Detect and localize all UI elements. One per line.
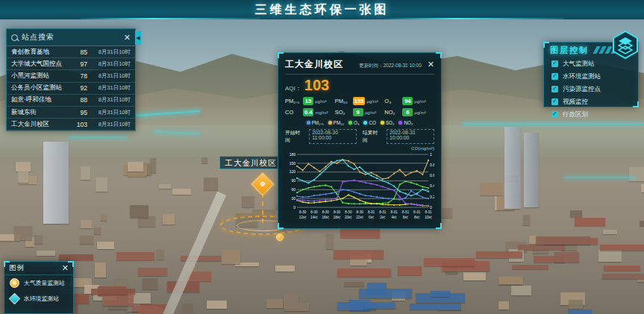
search-icon [11,34,18,41]
pollutant-label: NO₂ [384,109,402,116]
layer-item[interactable]: 行政区划 [544,108,638,121]
legend-panel-title: 图例 [9,263,62,273]
station-time: 8月31日10时 [92,84,131,92]
layer-label: 水环境监测站 [563,72,601,81]
legend-entry[interactable]: SO₂ [381,120,395,125]
legend-dot [363,121,367,125]
panel-collapse-handle[interactable]: ◀ [135,31,141,45]
corner-accent [436,52,442,58]
update-time-value: 2022-08-31 10:00 [383,63,421,68]
map-3d-viewport[interactable]: 三维生态环保一张图 站点搜索 ✕ 青创教育基地 85 8月31日10时 大学城大… [0,0,644,314]
svg-text:8-31: 8-31 [390,210,398,214]
layer-item[interactable]: 污染源监控点 [544,83,638,95]
air-station-marker-icon: ☸ [10,278,19,288]
station-row[interactable]: 大学城大气国控点 97 8月31日10时 [7,58,135,70]
legend-entry[interactable]: CO [363,120,375,125]
map-marker-label[interactable]: 工大金川校区 [219,156,282,169]
station-row[interactable]: 小黑河监测站 78 8月31日10时 [7,70,135,82]
layer-item[interactable]: 水环境监测站 [544,70,638,83]
end-time-input[interactable]: 2022-08-31 10:00:00 [387,129,434,144]
svg-text:0: 0 [293,205,296,210]
svg-text:120: 120 [290,169,296,174]
aqi-label: AQI： [285,84,301,92]
legend-entry[interactable]: PM₁₀ [328,120,344,125]
svg-text:14时: 14时 [310,216,318,219]
checkbox-checked-icon[interactable] [551,73,558,80]
station-name: 工大金川校区 [11,120,72,129]
layers-icon[interactable] [610,30,640,60]
page-title: 三维生态环保一张图 [0,2,644,18]
svg-text:8-30: 8-30 [310,210,318,214]
legend-dot [398,121,402,125]
legend-entry[interactable]: NO₂ [398,120,413,125]
water-station-marker-icon [9,293,21,305]
end-time-label: 结束时间 [363,129,381,144]
legend-dot [348,121,352,125]
legend-entry[interactable]: PM₂.₅ [307,120,324,125]
map-legend-panel: 图例 ✕ ☸ 大气质量监测站 水环境监测站 [4,261,74,314]
station-name: 新城东街 [11,108,72,117]
svg-text:10时: 10时 [425,216,432,219]
station-row[interactable]: 如意·呼和佳地 88 8月31日10时 [7,95,135,107]
svg-text:12时: 12时 [299,216,307,219]
svg-text:18时: 18时 [334,216,341,219]
svg-text:8-31: 8-31 [413,210,421,214]
station-name: 大学城大气国控点 [11,60,72,69]
chart-legend: PM₂.₅ PM₁₀ O₃ CO SO₂ NO₂ [285,120,434,125]
close-icon[interactable]: ✕ [428,60,434,69]
station-row[interactable]: 公务员小区监测站 92 8月31日10时 [7,83,135,95]
station-aqi-value: 85 [72,48,87,56]
svg-text:8时: 8时 [414,216,420,219]
svg-text:150: 150 [290,161,296,166]
time-range-row: 开始时间 2022-08-30 11:00:00 结束时间 2022-08-31… [285,129,434,144]
pollutant-grid: PM₂.₅ 15 µg/m³ PM₁₀ 155 µg/m³ O₃ 94 µg/m… [285,97,434,116]
highlight-streak [69,136,127,138]
svg-text:0.6: 0.6 [430,173,434,178]
update-time: 更新时间：2022-08-31 10:00 [343,63,422,69]
legend-entry[interactable]: O₃ [348,120,359,125]
start-time-label: 开始时间 [285,129,303,144]
app-header: 三维生态环保一张图 [0,0,644,19]
station-name: 小黑河监测站 [11,72,72,81]
corner-accent [278,52,284,58]
marker-glyph: ☸ [259,180,266,188]
station-time: 8月31日10时 [92,48,131,56]
layer-label: 污染源监控点 [563,85,601,94]
checkbox-checked-icon[interactable] [551,111,558,118]
pollutant-label: PM₂.₅ [285,98,303,104]
pollutant-value-badge: 94 [402,97,413,105]
svg-text:8-30: 8-30 [334,210,341,214]
svg-text:0: 0 [430,205,432,210]
svg-text:2时: 2时 [380,216,386,219]
pollutant-unit: µg/m³ [414,99,425,104]
station-panel-header: 站点搜索 ✕ [7,29,135,46]
station-row[interactable]: 工大金川校区 103 8月31日10时 [7,119,135,131]
station-aqi-value: 95 [72,109,87,116]
station-time: 8月31日10时 [92,72,131,80]
layer-label: 视频监控 [563,98,588,107]
checkbox-checked-icon[interactable] [551,60,558,67]
pollutant-item: O₃ 94 µg/m³ [384,97,434,105]
svg-text:20时: 20时 [345,216,352,219]
station-row[interactable]: 新城东街 95 8月31日10时 [7,107,135,119]
layer-item[interactable]: 视频监控 [544,95,638,108]
layer-label: 大气监测站 [563,60,595,69]
pollutant-value-badge: 6 [402,108,413,116]
air-station-marker-icon[interactable] [276,233,284,241]
header-accent-right [384,18,563,19]
checkbox-checked-icon[interactable] [551,86,558,92]
start-time-input[interactable]: 2022-08-30 11:00:00 [309,129,357,144]
header-accent-left [80,18,260,19]
pollutant-label: CO [285,109,303,116]
svg-text:180: 180 [290,152,296,157]
pollutant-unit: µg/m³ [366,99,378,104]
pollutant-unit: µg/m³ [365,110,376,115]
corner-accent [436,223,442,229]
close-icon[interactable]: ✕ [124,34,131,42]
svg-text:16时: 16时 [322,216,329,219]
pollutant-item: PM₂.₅ 15 µg/m³ [285,97,335,105]
highlight-streak [463,123,644,125]
checkbox-checked-icon[interactable] [551,98,558,105]
station-aqi-value: 97 [72,60,87,68]
station-row[interactable]: 青创教育基地 85 8月31日10时 [7,46,135,58]
